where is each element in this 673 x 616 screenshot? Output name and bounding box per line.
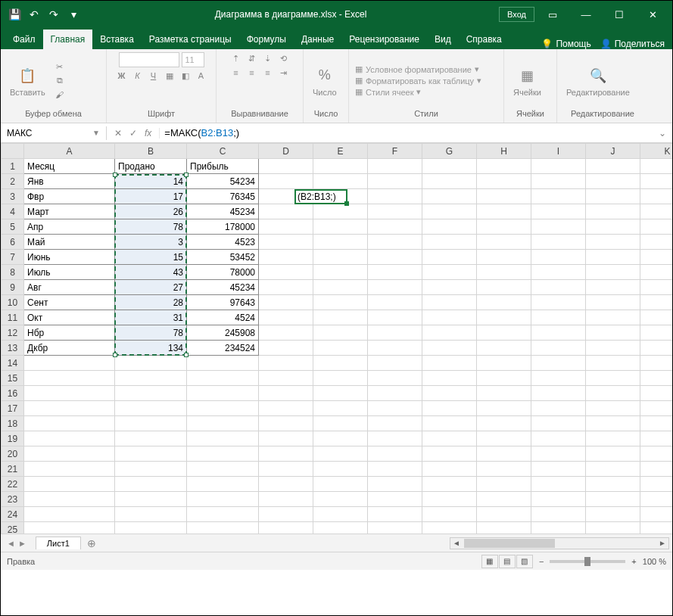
cell[interactable] bbox=[531, 250, 586, 265]
row-header[interactable]: 6 bbox=[2, 235, 24, 250]
cell[interactable]: Дкбр bbox=[24, 341, 115, 356]
cell[interactable] bbox=[586, 189, 640, 204]
cell[interactable]: 234524 bbox=[187, 341, 259, 356]
cell[interactable]: 26 bbox=[115, 204, 187, 219]
horizontal-scrollbar[interactable]: ◄ ► bbox=[450, 537, 669, 549]
copy-icon[interactable]: ⧉ bbox=[53, 75, 67, 87]
cell[interactable] bbox=[368, 431, 422, 446]
cell[interactable] bbox=[259, 492, 313, 507]
cell[interactable] bbox=[24, 522, 115, 534]
cell[interactable] bbox=[368, 492, 422, 507]
cell[interactable]: 27 bbox=[115, 280, 187, 295]
cell[interactable] bbox=[115, 446, 187, 462]
cell[interactable] bbox=[259, 522, 313, 534]
row-header[interactable]: 3 bbox=[2, 189, 24, 204]
cell[interactable] bbox=[115, 401, 187, 416]
conditional-formatting-button[interactable]: ▦Условное форматирование▾ bbox=[355, 64, 481, 74]
cell[interactable] bbox=[368, 219, 422, 235]
cell[interactable] bbox=[531, 401, 586, 416]
cell[interactable] bbox=[368, 159, 422, 174]
cell[interactable]: 54234 bbox=[187, 174, 259, 189]
cell[interactable] bbox=[477, 522, 531, 534]
cell[interactable] bbox=[477, 265, 531, 280]
row-header[interactable]: 12 bbox=[2, 325, 24, 341]
cell[interactable] bbox=[313, 492, 368, 507]
cell[interactable] bbox=[313, 204, 368, 219]
cell[interactable] bbox=[259, 477, 313, 492]
cell[interactable] bbox=[368, 204, 422, 219]
cell[interactable] bbox=[422, 507, 477, 522]
cell[interactable] bbox=[586, 492, 640, 507]
cell[interactable] bbox=[115, 507, 187, 522]
cell[interactable] bbox=[368, 341, 422, 356]
cell[interactable] bbox=[477, 250, 531, 265]
row-header[interactable]: 20 bbox=[2, 446, 24, 462]
cell[interactable] bbox=[531, 265, 586, 280]
col-header[interactable]: I bbox=[531, 144, 586, 159]
formula-bar[interactable]: =МАКС(B2:B13;) bbox=[160, 126, 653, 140]
cell[interactable]: 28 bbox=[115, 295, 187, 310]
undo-icon[interactable]: ↶ bbox=[25, 5, 43, 23]
cell[interactable] bbox=[422, 204, 477, 219]
cell[interactable] bbox=[259, 341, 313, 356]
font-name-select[interactable] bbox=[119, 52, 179, 67]
row-header[interactable]: 1 bbox=[2, 159, 24, 174]
tab-insert[interactable]: Вставка bbox=[92, 30, 142, 49]
cell[interactable]: 3 bbox=[115, 235, 187, 250]
cell[interactable]: Авг bbox=[24, 280, 115, 295]
cut-icon[interactable]: ✂ bbox=[53, 61, 67, 73]
cell[interactable]: 14 bbox=[115, 174, 187, 189]
cell[interactable] bbox=[368, 386, 422, 401]
cell[interactable] bbox=[368, 477, 422, 492]
enter-formula-icon[interactable]: ✓ bbox=[129, 128, 137, 138]
cell[interactable] bbox=[313, 280, 368, 295]
cell[interactable] bbox=[313, 174, 368, 189]
cell[interactable] bbox=[531, 477, 586, 492]
underline-button[interactable]: Ч bbox=[147, 70, 160, 82]
cell[interactable]: Май bbox=[24, 235, 115, 250]
cell[interactable]: 178000 bbox=[187, 219, 259, 235]
close-button[interactable]: ✕ bbox=[637, 4, 668, 25]
cell[interactable] bbox=[24, 446, 115, 462]
cell[interactable] bbox=[586, 219, 640, 235]
cell[interactable] bbox=[259, 174, 313, 189]
cell[interactable] bbox=[259, 507, 313, 522]
cell[interactable] bbox=[259, 371, 313, 386]
col-header[interactable]: G bbox=[422, 144, 477, 159]
cell[interactable] bbox=[640, 356, 673, 371]
cell[interactable] bbox=[477, 507, 531, 522]
row-header[interactable]: 18 bbox=[2, 416, 24, 431]
cell[interactable] bbox=[24, 462, 115, 477]
cell[interactable] bbox=[422, 462, 477, 477]
cell[interactable]: 78 bbox=[115, 325, 187, 341]
cell[interactable] bbox=[531, 492, 586, 507]
cell[interactable] bbox=[313, 356, 368, 371]
scroll-right-icon[interactable]: ► bbox=[656, 539, 668, 547]
cell[interactable] bbox=[187, 507, 259, 522]
cell[interactable] bbox=[115, 386, 187, 401]
row-header[interactable]: 9 bbox=[2, 280, 24, 295]
cell[interactable] bbox=[259, 235, 313, 250]
cell[interactable]: 4523 bbox=[187, 235, 259, 250]
cell[interactable] bbox=[531, 341, 586, 356]
cell[interactable] bbox=[531, 204, 586, 219]
cell[interactable] bbox=[422, 325, 477, 341]
cell[interactable] bbox=[531, 462, 586, 477]
cell[interactable] bbox=[368, 325, 422, 341]
font-size-select[interactable]: 11 bbox=[182, 52, 204, 67]
cell[interactable] bbox=[477, 280, 531, 295]
cell[interactable] bbox=[586, 356, 640, 371]
cell[interactable] bbox=[477, 477, 531, 492]
cell[interactable] bbox=[422, 356, 477, 371]
cell[interactable] bbox=[115, 462, 187, 477]
cell[interactable] bbox=[531, 356, 586, 371]
cell[interactable] bbox=[422, 492, 477, 507]
cell[interactable] bbox=[187, 522, 259, 534]
align-center-icon[interactable]: ≡ bbox=[245, 67, 259, 79]
border-button[interactable]: ▦ bbox=[163, 70, 176, 82]
tab-view[interactable]: Вид bbox=[427, 30, 459, 49]
cell[interactable] bbox=[313, 431, 368, 446]
cell[interactable]: 15 bbox=[115, 250, 187, 265]
col-header[interactable]: H bbox=[477, 144, 531, 159]
cell[interactable] bbox=[24, 431, 115, 446]
